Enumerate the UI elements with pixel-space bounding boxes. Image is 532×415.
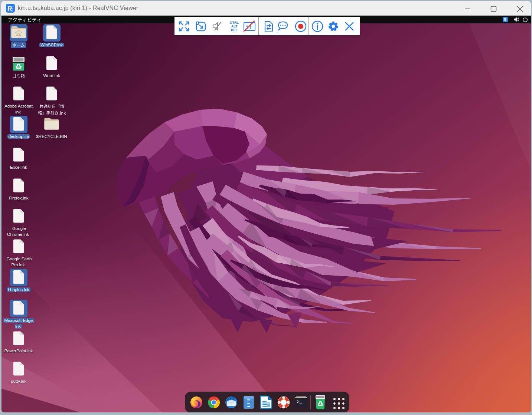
svg-text:DEL: DEL [231,28,238,32]
svg-text:>_: >_ [297,399,302,405]
svg-text:ALT: ALT [231,24,238,28]
svg-text:R: R [504,18,507,22]
svg-text:c: c [12,10,13,12]
svg-text:CTRL: CTRL [230,21,239,24]
